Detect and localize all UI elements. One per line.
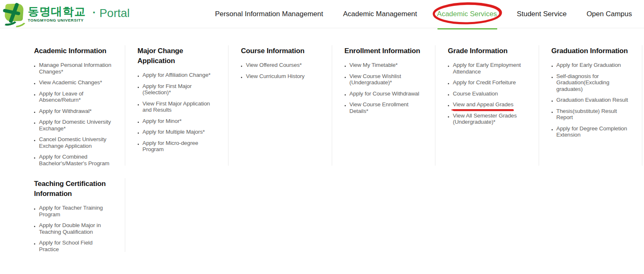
bullet-dot [34, 112, 35, 113]
section-title: Enrollment Information [345, 46, 423, 56]
nav-item-academic-services[interactable]: Academic Services [437, 0, 497, 28]
menu-item[interactable]: Cancel Domestic University Exchange Appl… [34, 136, 114, 149]
section-title: Graduation Information [552, 46, 630, 56]
section-item-list: View Offered Courses*View Curriculum His… [241, 62, 321, 79]
section-item-list: Apply for Affiliation Change*Apply for F… [138, 72, 218, 153]
menu-item[interactable]: Apply for Early Employment Attendance [448, 62, 527, 75]
menu-item[interactable]: Apply for School Field Practice [34, 240, 114, 252]
bullet-dot [345, 66, 346, 67]
menu-item[interactable]: Course Evaluation [448, 91, 527, 97]
menu-item[interactable]: Apply for Minor* [138, 118, 217, 125]
logo-university-name: TONGMYONG UNIVERSITY [28, 18, 86, 22]
menu-item[interactable]: Apply for Double Major in Teaching Quali… [34, 222, 114, 235]
section-title: Course Information [241, 46, 320, 56]
menu-item[interactable]: Apply for Degree Completion Extension [552, 125, 631, 138]
menu-item-label: Apply for Degree Completion Extension [557, 125, 631, 138]
bullet-dot [34, 208, 35, 210]
logo-korean-name: 동명대학교 [28, 5, 86, 18]
menu-item-label: View My Timetable* [350, 62, 398, 68]
menu-item-label: Cancel Domestic University Exchange Appl… [39, 136, 114, 149]
menu-item[interactable]: Apply for First Major (Selection)* [138, 83, 217, 96]
menu-item[interactable]: View Curriculum History [241, 73, 321, 80]
menu-item-label: View Course Enrollment Details* [350, 101, 424, 114]
university-logo[interactable]: 동명대학교 TONGMYONG UNIVERSITY · Portal [2, 2, 130, 26]
menu-item[interactable]: View First Major Application and Results [138, 100, 217, 113]
bullet-dot [138, 104, 139, 105]
bullet-dot [34, 157, 35, 159]
menu-item[interactable]: View Course Wishlist (Undergraduate)* [345, 73, 424, 86]
section-enrollment-information: Enrollment Information View My Timetable… [332, 45, 436, 166]
menu-item-label: Apply for School Field Practice [39, 240, 114, 252]
menu-item[interactable]: View All Semester Grades (Undergraduate)… [448, 113, 527, 125]
section-academic-information: Academic Information Manage Personal Inf… [22, 45, 125, 166]
menu-item-label: View Course Wishlist (Undergraduate)* [350, 73, 424, 86]
main-nav: Personal Information Management Academic… [215, 0, 632, 28]
menu-item-label: View First Major Application and Results [143, 100, 217, 113]
nav-item-academic-management[interactable]: Academic Management [343, 0, 417, 28]
menu-item-label: Graduation Evaluation Result [557, 97, 628, 103]
bullet-dot [138, 132, 139, 134]
menu-item-label: Apply for Affiliation Change* [143, 72, 211, 78]
bullet-dot [552, 112, 553, 113]
bullet-dot [345, 94, 346, 95]
section-item-list: Apply for Early GraduationSelf-diagnosis… [552, 62, 632, 138]
menu-item[interactable]: Apply for Micro-degree Program [138, 140, 217, 153]
menu-item[interactable]: Graduation Evaluation Result [552, 97, 631, 103]
menu-item[interactable]: View Academic Changes* [34, 79, 114, 86]
mega-menu-panel: Academic Information Manage Personal Inf… [0, 28, 644, 254]
menu-item-label: View Academic Changes* [39, 79, 102, 86]
menu-item[interactable]: Apply for Course Withdrawal [345, 91, 424, 97]
section-grade-information: Grade Information Apply for Early Employ… [435, 45, 539, 166]
menu-item-label: Apply for Multiple Majors* [143, 129, 205, 135]
menu-item[interactable]: Apply for Combined Bachelor's/Master's P… [34, 154, 114, 166]
bullet-dot [448, 105, 449, 106]
menu-item[interactable]: Manage Personal Information Changes* [34, 62, 114, 75]
section-title: Grade Information [448, 46, 527, 56]
university-logo-icon [2, 2, 25, 26]
menu-item[interactable]: View Course Enrollment Details* [345, 101, 424, 114]
menu-item[interactable]: Apply for Teacher Training Program [34, 205, 114, 218]
menu-item[interactable]: Apply for Withdrawal* [34, 108, 114, 115]
menu-item-label: Thesis(substitute) Result Report [557, 108, 631, 121]
bullet-dot [552, 66, 553, 67]
menu-item[interactable]: Self-diagnosis for Graduation(Excluding … [552, 73, 631, 93]
menu-item[interactable]: Apply for Early Graduation [552, 62, 631, 68]
bullet-dot [552, 77, 553, 78]
section-graduation-information: Graduation Information Apply for Early G… [539, 45, 643, 166]
bullet-dot [345, 77, 346, 78]
bullet-dot [448, 83, 449, 84]
menu-item[interactable]: Apply for Leave of Absence/Return* [34, 91, 114, 103]
menu-item-label: Apply for Micro-degree Program [143, 140, 217, 153]
bullet-dot [34, 243, 35, 245]
nav-item-label: Academic Services [437, 10, 497, 18]
menu-item-label: Apply for First Major (Selection)* [143, 83, 217, 96]
nav-item-label: Student Service [517, 10, 566, 18]
bullet-dot [138, 87, 139, 88]
section-course-information: Course Information View Offered Courses*… [228, 45, 332, 166]
menu-item[interactable]: View My Timetable* [345, 62, 424, 68]
menu-item[interactable]: Apply for Credit Forfeiture [448, 79, 527, 86]
menu-item-label: Apply for Minor* [143, 118, 182, 125]
nav-item-student-service[interactable]: Student Service [517, 0, 566, 28]
nav-item-open-campus[interactable]: Open Campus [586, 0, 632, 28]
menu-item[interactable]: Thesis(substitute) Result Report [552, 108, 631, 121]
menu-item-label: Course Evaluation [453, 91, 498, 97]
bullet-dot [552, 129, 553, 130]
menu-item-label: Apply for Leave of Absence/Return* [39, 91, 114, 103]
menu-item[interactable]: Apply for Domestic University Exchange* [34, 119, 114, 132]
menu-item[interactable]: Apply for Affiliation Change* [138, 72, 217, 78]
section-major-change-application: Major Change Application Apply for Affil… [125, 45, 229, 166]
bullet-dot [138, 76, 139, 77]
menu-item[interactable]: Apply for Multiple Majors* [138, 129, 217, 135]
section-title: Teaching Certification Information [34, 179, 113, 199]
bullet-dot [241, 77, 242, 78]
bullet-dot [345, 105, 346, 106]
menu-item[interactable]: View Offered Courses* [241, 62, 321, 68]
bullet-dot [34, 140, 35, 141]
menu-item-label: Apply for Teacher Training Program [39, 205, 114, 218]
menu-item-label: View and Appeal Grades [453, 101, 513, 108]
nav-item-personal-information-management[interactable]: Personal Information Management [215, 0, 323, 28]
bullet-dot [34, 66, 35, 67]
menu-item[interactable]: View and Appeal Grades [448, 101, 527, 108]
menu-item-label: Apply for Credit Forfeiture [453, 79, 516, 86]
